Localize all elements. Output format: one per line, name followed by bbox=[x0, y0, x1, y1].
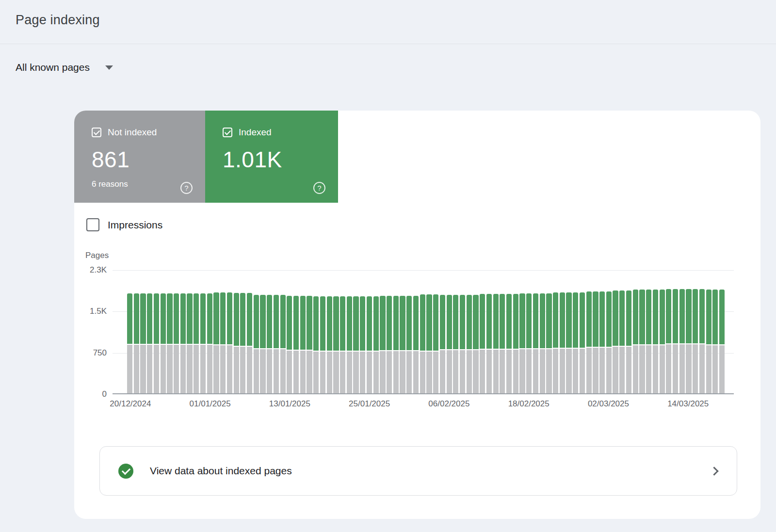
stacked-bar[interactable] bbox=[660, 290, 665, 393]
stacked-bar[interactable] bbox=[453, 295, 458, 393]
stacked-bar[interactable] bbox=[666, 289, 671, 393]
stacked-bar[interactable] bbox=[513, 294, 518, 393]
stacked-bar[interactable] bbox=[347, 296, 352, 393]
stacked-bar[interactable] bbox=[506, 294, 512, 393]
stacked-bar[interactable] bbox=[174, 293, 179, 393]
stacked-bar[interactable] bbox=[307, 296, 312, 393]
stacked-bar[interactable] bbox=[380, 296, 385, 393]
stacked-bar[interactable] bbox=[560, 292, 565, 393]
view-indexed-data-row[interactable]: View data about indexed pages bbox=[99, 446, 737, 496]
stacked-bar[interactable] bbox=[460, 295, 465, 393]
stacked-bar[interactable] bbox=[147, 293, 152, 393]
stacked-bar[interactable] bbox=[180, 293, 186, 393]
stacked-bar[interactable] bbox=[447, 295, 452, 393]
stacked-bar[interactable] bbox=[387, 296, 392, 393]
stacked-bar[interactable] bbox=[254, 295, 259, 393]
stacked-bar[interactable] bbox=[639, 290, 645, 393]
stacked-bar[interactable] bbox=[413, 296, 419, 393]
stacked-bar[interactable] bbox=[406, 296, 412, 393]
stacked-bar[interactable] bbox=[187, 293, 192, 393]
stacked-bar[interactable] bbox=[293, 296, 299, 393]
stacked-bar[interactable] bbox=[467, 295, 472, 393]
stacked-bar[interactable] bbox=[280, 295, 286, 393]
stacked-bar[interactable] bbox=[580, 292, 585, 393]
stacked-bar[interactable] bbox=[300, 296, 306, 393]
stacked-bar[interactable] bbox=[161, 293, 166, 393]
stacked-bar[interactable] bbox=[313, 296, 319, 393]
stacked-bar[interactable] bbox=[247, 293, 252, 393]
stacked-bar[interactable] bbox=[613, 290, 618, 393]
stacked-bar[interactable] bbox=[540, 293, 545, 394]
stacked-bar[interactable] bbox=[533, 293, 538, 394]
stacked-bar[interactable] bbox=[420, 294, 425, 393]
indexed-card[interactable]: Indexed 1.01K ? bbox=[205, 111, 338, 203]
stacked-bar[interactable] bbox=[267, 295, 272, 393]
stacked-bar[interactable] bbox=[194, 293, 199, 393]
stacked-bar[interactable] bbox=[546, 293, 551, 394]
stacked-bar[interactable] bbox=[619, 290, 625, 393]
help-icon[interactable]: ? bbox=[180, 182, 193, 194]
stacked-bar[interactable] bbox=[127, 293, 132, 393]
stacked-bar[interactable] bbox=[353, 296, 358, 393]
stacked-bar[interactable] bbox=[586, 291, 592, 393]
stacked-bar[interactable] bbox=[633, 290, 638, 393]
stacked-bar[interactable] bbox=[200, 293, 206, 393]
stacked-bar[interactable] bbox=[693, 289, 698, 393]
stacked-bar[interactable] bbox=[320, 296, 325, 393]
stacked-bar[interactable] bbox=[260, 295, 265, 393]
stacked-bar[interactable] bbox=[566, 292, 571, 393]
stacked-bar[interactable] bbox=[213, 292, 219, 393]
stacked-bar[interactable] bbox=[719, 290, 725, 393]
checked-checkbox-icon[interactable] bbox=[223, 128, 232, 137]
all-known-pages-dropdown[interactable]: All known pages bbox=[16, 62, 113, 73]
stacked-bar[interactable] bbox=[140, 293, 146, 393]
stacked-bar[interactable] bbox=[134, 293, 139, 393]
stacked-bar[interactable] bbox=[553, 292, 558, 393]
stacked-bar[interactable] bbox=[706, 290, 711, 393]
help-icon[interactable]: ? bbox=[313, 182, 325, 194]
stacked-bar[interactable] bbox=[220, 292, 226, 393]
stacked-bar[interactable] bbox=[274, 295, 279, 393]
stacked-bar[interactable] bbox=[234, 293, 239, 393]
stacked-bar[interactable] bbox=[433, 294, 438, 393]
stacked-bar[interactable] bbox=[333, 296, 339, 393]
stacked-bar[interactable] bbox=[400, 296, 405, 393]
stacked-bar[interactable] bbox=[393, 296, 399, 393]
stacked-bar[interactable] bbox=[599, 291, 605, 393]
stacked-bar[interactable] bbox=[493, 294, 499, 393]
stacked-bar[interactable] bbox=[227, 292, 232, 393]
stacked-bar[interactable] bbox=[519, 293, 525, 394]
stacked-bar[interactable] bbox=[626, 290, 631, 393]
stacked-bar[interactable] bbox=[426, 294, 432, 393]
stacked-bar[interactable] bbox=[593, 291, 598, 393]
stacked-bar[interactable] bbox=[327, 296, 332, 393]
impressions-checkbox[interactable] bbox=[86, 218, 99, 231]
stacked-bar[interactable] bbox=[373, 296, 379, 393]
stacked-bar[interactable] bbox=[679, 289, 685, 393]
stacked-bar[interactable] bbox=[686, 289, 691, 393]
stacked-bar[interactable] bbox=[699, 289, 705, 393]
stacked-bar[interactable] bbox=[360, 296, 365, 393]
stacked-bar[interactable] bbox=[480, 294, 485, 393]
chevron-right-icon[interactable] bbox=[710, 467, 718, 475]
stacked-bar[interactable] bbox=[606, 291, 612, 393]
stacked-bar[interactable] bbox=[653, 290, 658, 393]
not-indexed-card[interactable]: Not indexed 861 6 reasons ? bbox=[74, 111, 205, 203]
stacked-bar[interactable] bbox=[526, 293, 532, 394]
stacked-bar[interactable] bbox=[573, 292, 578, 393]
checked-checkbox-icon[interactable] bbox=[92, 128, 101, 137]
stacked-bar[interactable] bbox=[167, 293, 172, 393]
stacked-bar[interactable] bbox=[486, 294, 492, 393]
stacked-bar[interactable] bbox=[154, 293, 159, 393]
stacked-bar[interactable] bbox=[646, 290, 651, 393]
stacked-bar[interactable] bbox=[207, 293, 212, 393]
stacked-bar[interactable] bbox=[440, 295, 445, 393]
impressions-toggle[interactable]: Impressions bbox=[86, 218, 162, 231]
stacked-bar[interactable] bbox=[240, 293, 245, 393]
stacked-bar[interactable] bbox=[673, 289, 678, 393]
stacked-bar[interactable] bbox=[500, 294, 505, 393]
stacked-bar[interactable] bbox=[473, 295, 478, 393]
stacked-bar[interactable] bbox=[340, 296, 345, 393]
stacked-bar[interactable] bbox=[367, 296, 372, 393]
stacked-bar[interactable] bbox=[287, 296, 292, 393]
